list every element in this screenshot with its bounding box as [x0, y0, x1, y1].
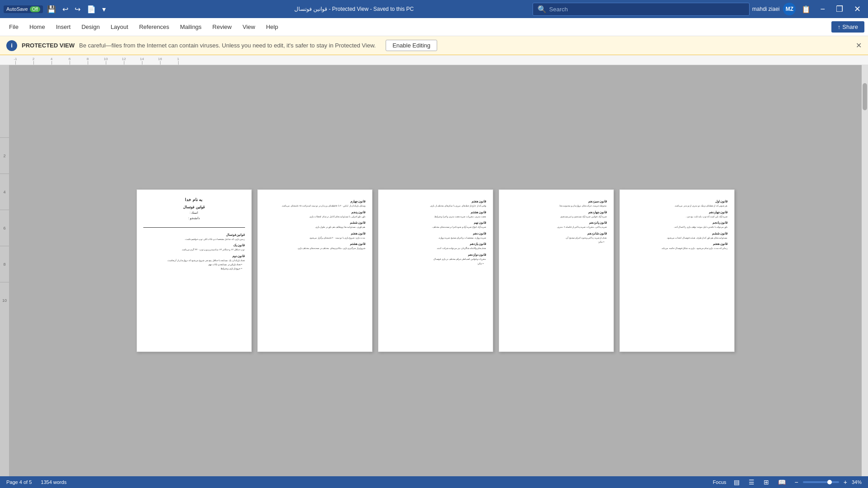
- page4-section2-body: ضربه آزاد، قوانین ضربه آزاد مستقیم و غیر…: [505, 215, 607, 219]
- page3-section6-title: قانون دوازدهم: [385, 253, 486, 257]
- menu-insert[interactable]: Insert: [51, 20, 76, 34]
- page3-section5-title: قانون یازدهم: [385, 242, 486, 246]
- share-icon: ↑: [838, 23, 841, 30]
- zoom-area: − + 34%: [793, 478, 862, 487]
- ruler-mark: 16: [151, 57, 169, 65]
- ruler-line-major: [160, 61, 160, 65]
- protected-bar: i PROTECTED VIEW Be careful—files from t…: [0, 36, 868, 55]
- page5-section1-body: هر شوتی که از نقطه‌ای نزدیک دو متری از د…: [626, 204, 728, 208]
- page3-section1-body: وقتی که از خارج از خط‌های مرزی با تمام‌ه…: [385, 204, 486, 208]
- page4-bullet1: تذکر:: [505, 240, 604, 244]
- avatar[interactable]: MZ: [783, 3, 796, 15]
- protected-label: PROTECTED VIEW: [22, 42, 75, 49]
- page5-section4-body: مسئولیت‌های هم داور که از طرف هیئت فوتسا…: [626, 236, 728, 240]
- new-doc-button[interactable]: 📄: [85, 3, 98, 15]
- read-mode-button[interactable]: ⊞: [762, 478, 771, 487]
- protected-message: Be careful—files from the Internet can c…: [79, 42, 376, 49]
- page3-section6-body: مقررات و قوانین انضباطی جرائم مختلف در ب…: [385, 258, 486, 261]
- menu-help[interactable]: Help: [260, 20, 283, 34]
- page5-section2-title: قانون چهاردهم: [626, 210, 728, 214]
- page1-section1-body: زمین بازی، که شامل مشخصات و نکات کلی توپ…: [143, 238, 245, 241]
- words-status: 1354 words: [41, 479, 66, 485]
- save-button[interactable]: 💾: [45, 3, 58, 15]
- search-input[interactable]: [549, 6, 745, 13]
- menu-file[interactable]: File: [4, 20, 24, 34]
- enable-editing-button[interactable]: Enable Editing: [386, 40, 437, 51]
- page4-section1-body: محوطه جریمه، حرکت‌های دروازه‌بان و محدود…: [505, 204, 607, 208]
- ruler-line-major: [33, 61, 34, 65]
- page3-section2-title: قانون هشتم: [385, 210, 486, 214]
- ribbon-toggle-button[interactable]: 📋: [799, 3, 813, 15]
- page2-section2-title: قانون پنجم: [264, 210, 366, 214]
- ruler-mark: 2: [24, 57, 42, 65]
- focus-button[interactable]: Focus: [713, 479, 726, 485]
- page2-section5-title: قانون هشتم: [264, 242, 366, 246]
- page5-section4-title: قانون ششم: [626, 231, 728, 235]
- zoom-in-button[interactable]: +: [842, 478, 849, 487]
- titlebar-right: mahdi ziaei MZ 📋 − ❐ ✕: [752, 2, 864, 16]
- titlebar-left: AutoSave Off 💾 ↩ ↪ 📄 ▾: [4, 3, 175, 15]
- ruler-line-major: [52, 61, 52, 65]
- page-number-indicator: 8: [0, 246, 9, 282]
- scrollbar-thumb[interactable]: [863, 83, 867, 110]
- right-scrollbar[interactable]: [862, 65, 868, 476]
- document-page-4: قانون سیزدهم محوطه جریمه، حرکت‌های درواز…: [499, 189, 614, 352]
- close-button[interactable]: ✕: [850, 2, 864, 16]
- menu-home[interactable]: Home: [24, 20, 51, 34]
- ruler: -1 2 4 6 8 10 12 14: [0, 55, 868, 65]
- menu-references[interactable]: References: [134, 20, 175, 34]
- main-area: 2 4 6 8 10 به نام خدا قوانین فوتسال استا…: [0, 65, 868, 476]
- page1-divider: [143, 227, 245, 228]
- page1-title-section: به نام خدا قوانین فوتسال استاد : دانشجو …: [143, 197, 245, 220]
- zoom-slider-thumb: [827, 480, 832, 484]
- page1-sub2: استاد :: [143, 211, 245, 215]
- more-commands-button[interactable]: ▾: [100, 3, 108, 15]
- immersive-reader-button[interactable]: 📖: [776, 478, 788, 487]
- page1-bullet1: تعداد بازیکن در مسابقه و نکات مهم: [143, 263, 242, 266]
- left-sidebar: 2 4 6 8 10: [0, 65, 9, 476]
- page-number-indicator: 4: [0, 174, 9, 210]
- menu-design[interactable]: Design: [76, 20, 105, 34]
- page2-section4-body: مدت بازی: شروع بازی با دو نیمه ۲۰ دقیقه‌…: [264, 236, 366, 240]
- ruler-mark: 4: [42, 57, 61, 65]
- page2-section1-body: وسایل بازیکنان از لباس ۲۰ تا ۵ قطعه‌ای و…: [264, 204, 366, 208]
- menu-review[interactable]: Review: [207, 20, 237, 34]
- zoom-out-button[interactable]: −: [793, 478, 800, 487]
- close-protected-bar-button[interactable]: ✕: [856, 41, 862, 50]
- page-number-indicator: 6: [0, 210, 9, 246]
- undo-button[interactable]: ↩: [60, 3, 71, 15]
- titlebar: AutoSave Off 💾 ↩ ↪ 📄 ▾ قوانین فوتسال - P…: [0, 0, 868, 18]
- menu-mailings[interactable]: Mailings: [175, 20, 207, 34]
- page3-bullet1: تذکر:: [385, 262, 484, 265]
- page1-section1-title: قوانین فوتسال: [143, 233, 245, 237]
- page3-section4-title: قانون دهم: [385, 231, 486, 235]
- user-name: mahdi ziaei: [752, 6, 780, 12]
- document-page-5: قانون اول هر شوتی که از نقطه‌ای نزدیک دو…: [619, 189, 735, 352]
- share-button[interactable]: ↑ Share: [831, 21, 864, 33]
- page3-section5-body: هدف‌های والانداند شاگردان نیز می‌توانند …: [385, 247, 486, 250]
- redo-button[interactable]: ↪: [72, 3, 83, 15]
- print-layout-button[interactable]: ▤: [732, 478, 741, 487]
- page2-section5-body: شروع و از سرگیری بازی، مکانیزم‌های مختلف…: [264, 247, 366, 250]
- autosave-toggle[interactable]: Off: [30, 6, 40, 12]
- ruler-line-major: [106, 61, 106, 65]
- ruler-line-major: [15, 61, 16, 65]
- restore-button[interactable]: ❐: [832, 2, 847, 16]
- search-icon: 🔍: [538, 5, 547, 14]
- menu-layout[interactable]: Layout: [105, 20, 134, 34]
- ruler-line-major: [142, 61, 142, 65]
- page2-section3-body: هم داوری، مسئولیت‌ها و وظایف هم داور در …: [264, 225, 366, 229]
- document-title: قوانین فوتسال - Protected View - Saved t…: [178, 6, 530, 12]
- page-status: Page 4 of 5: [6, 479, 32, 485]
- page5-section5-body: زمانی که مدت بازی تمام می‌شود، بازی به ش…: [626, 247, 728, 250]
- search-bar[interactable]: 🔍: [533, 3, 750, 16]
- web-layout-button[interactable]: ☰: [747, 478, 756, 487]
- page2-section2-body: داور، داور اجرایی با مسئولیت‌های کامل در…: [264, 215, 366, 219]
- menu-view[interactable]: View: [237, 20, 260, 34]
- pages-area: به نام خدا قوانین فوتسال استاد : دانشجو …: [9, 65, 862, 476]
- page1-subtitle: قوانین فوتسال: [143, 205, 245, 210]
- minimize-button[interactable]: −: [816, 3, 829, 16]
- page1-section3-title: قانون دوم: [143, 254, 245, 258]
- page1-main-title: به نام خدا: [143, 197, 245, 203]
- zoom-slider[interactable]: [803, 481, 839, 483]
